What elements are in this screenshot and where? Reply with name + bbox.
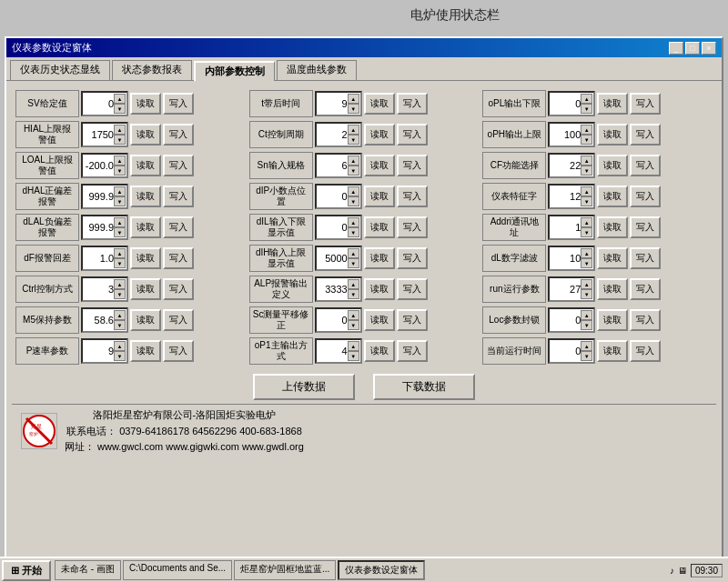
spin-down-button[interactable]: ▼: [581, 196, 592, 206]
read-button[interactable]: 读取: [597, 340, 628, 362]
spin-down-button[interactable]: ▼: [581, 166, 592, 176]
start-button[interactable]: ⊞ 开始: [2, 560, 51, 581]
write-button[interactable]: 写入: [397, 186, 428, 207]
spin-up-button[interactable]: ▲: [348, 125, 359, 135]
spin-down-button[interactable]: ▼: [114, 227, 126, 237]
write-button[interactable]: 写入: [163, 216, 194, 238]
taskbar-item-monitor[interactable]: 炬星窑炉固框地监蓝...: [234, 560, 336, 580]
write-button[interactable]: 写入: [163, 124, 194, 146]
write-button[interactable]: 写入: [163, 93, 194, 115]
spin-down-button[interactable]: ▼: [581, 258, 592, 268]
write-button[interactable]: 写入: [630, 155, 661, 176]
spin-down-button[interactable]: ▼: [348, 135, 359, 145]
spin-up-button[interactable]: ▲: [348, 248, 359, 258]
read-button[interactable]: 读取: [597, 216, 628, 238]
spin-up-button[interactable]: ▲: [114, 156, 126, 166]
spin-up-button[interactable]: ▲: [348, 156, 359, 166]
spin-up-button[interactable]: ▲: [348, 341, 359, 351]
spin-down-button[interactable]: ▼: [581, 320, 592, 330]
tab-internal[interactable]: 内部参数控制: [194, 61, 275, 81]
write-button[interactable]: 写入: [397, 309, 428, 331]
read-button[interactable]: 读取: [597, 155, 628, 176]
taskbar-item-paint[interactable]: 未命名 - 画图: [55, 560, 121, 580]
upload-button[interactable]: 上传数据: [253, 374, 355, 400]
spin-up-button[interactable]: ▲: [348, 310, 359, 320]
read-button[interactable]: 读取: [130, 216, 161, 238]
read-button[interactable]: 读取: [364, 216, 395, 238]
spin-up-button[interactable]: ▲: [348, 279, 359, 289]
read-button[interactable]: 读取: [364, 124, 395, 146]
minimize-button[interactable]: _: [669, 42, 683, 55]
spin-up-button[interactable]: ▲: [581, 248, 592, 258]
write-button[interactable]: 写入: [397, 216, 428, 238]
close-button[interactable]: ×: [702, 42, 716, 55]
read-button[interactable]: 读取: [597, 93, 628, 115]
spin-down-button[interactable]: ▼: [114, 258, 126, 268]
read-button[interactable]: 读取: [364, 155, 395, 176]
spin-down-button[interactable]: ▼: [114, 166, 126, 176]
write-button[interactable]: 写入: [397, 340, 428, 362]
spin-up-button[interactable]: ▲: [114, 217, 126, 227]
spin-up-button[interactable]: ▲: [114, 279, 126, 289]
read-button[interactable]: 读取: [130, 124, 161, 146]
write-button[interactable]: 写入: [630, 340, 661, 362]
read-button[interactable]: 读取: [597, 124, 628, 146]
spin-down-button[interactable]: ▼: [114, 289, 126, 299]
write-button[interactable]: 写入: [163, 340, 194, 362]
write-button[interactable]: 写入: [397, 93, 428, 115]
read-button[interactable]: 读取: [130, 278, 161, 300]
spin-up-button[interactable]: ▲: [581, 310, 592, 320]
spin-down-button[interactable]: ▼: [581, 351, 592, 361]
spin-down-button[interactable]: ▼: [348, 104, 359, 114]
spin-up-button[interactable]: ▲: [114, 94, 126, 104]
taskbar-item-instrument[interactable]: 仪表参数设定窗体: [338, 560, 425, 580]
read-button[interactable]: 读取: [130, 309, 161, 331]
read-button[interactable]: 读取: [597, 309, 628, 331]
write-button[interactable]: 写入: [630, 124, 661, 146]
write-button[interactable]: 写入: [397, 155, 428, 176]
write-button[interactable]: 写入: [163, 247, 194, 269]
spin-up-button[interactable]: ▲: [348, 94, 359, 104]
taskbar-item-docs[interactable]: C:\Documents and Se...: [123, 560, 232, 580]
read-button[interactable]: 读取: [130, 340, 161, 362]
read-button[interactable]: 读取: [130, 155, 161, 176]
read-button[interactable]: 读取: [364, 278, 395, 300]
write-button[interactable]: 写入: [630, 216, 661, 238]
read-button[interactable]: 读取: [597, 247, 628, 269]
tab-history[interactable]: 仪表历史状态显线: [10, 60, 110, 80]
read-button[interactable]: 读取: [597, 186, 628, 207]
write-button[interactable]: 写入: [163, 186, 194, 207]
download-button[interactable]: 下载数据: [373, 374, 475, 400]
read-button[interactable]: 读取: [597, 278, 628, 300]
spin-up-button[interactable]: ▲: [581, 94, 592, 104]
spin-down-button[interactable]: ▼: [348, 320, 359, 330]
write-button[interactable]: 写入: [397, 124, 428, 146]
spin-down-button[interactable]: ▼: [114, 196, 126, 206]
write-button[interactable]: 写入: [163, 309, 194, 331]
spin-down-button[interactable]: ▼: [348, 227, 359, 237]
spin-up-button[interactable]: ▲: [581, 125, 592, 135]
spin-up-button[interactable]: ▲: [581, 341, 592, 351]
write-button[interactable]: 写入: [630, 247, 661, 269]
spin-down-button[interactable]: ▼: [114, 135, 126, 145]
read-button[interactable]: 读取: [364, 93, 395, 115]
read-button[interactable]: 读取: [130, 186, 161, 207]
write-button[interactable]: 写入: [397, 247, 428, 269]
spin-down-button[interactable]: ▼: [581, 104, 592, 114]
read-button[interactable]: 读取: [130, 93, 161, 115]
spin-down-button[interactable]: ▼: [348, 289, 359, 299]
read-button[interactable]: 读取: [130, 247, 161, 269]
spin-up-button[interactable]: ▲: [348, 217, 359, 227]
write-button[interactable]: 写入: [163, 155, 194, 176]
spin-down-button[interactable]: ▼: [348, 196, 359, 206]
spin-down-button[interactable]: ▼: [581, 289, 592, 299]
spin-down-button[interactable]: ▼: [348, 351, 359, 361]
spin-up-button[interactable]: ▲: [581, 217, 592, 227]
spin-down-button[interactable]: ▼: [114, 104, 126, 114]
write-button[interactable]: 写入: [630, 93, 661, 115]
spin-up-button[interactable]: ▲: [348, 186, 359, 196]
spin-up-button[interactable]: ▲: [114, 341, 126, 351]
spin-up-button[interactable]: ▲: [114, 248, 126, 258]
spin-up-button[interactable]: ▲: [581, 156, 592, 166]
spin-down-button[interactable]: ▼: [348, 258, 359, 268]
